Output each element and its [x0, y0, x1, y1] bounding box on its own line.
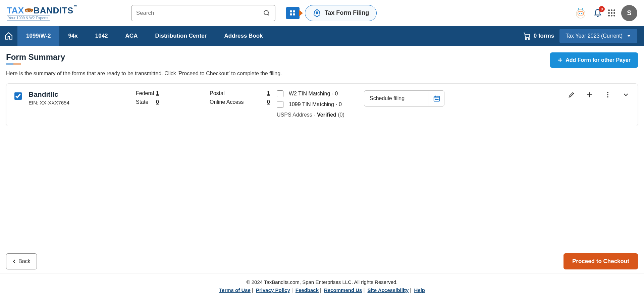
- nav-address-book[interactable]: Address Book: [215, 26, 271, 46]
- nav-home[interactable]: [0, 26, 17, 46]
- more-icon[interactable]: [604, 91, 611, 98]
- nav-aca[interactable]: ACA: [117, 26, 147, 46]
- page-title: Form Summary: [6, 52, 65, 65]
- svg-point-15: [578, 8, 579, 9]
- federal-value[interactable]: 1: [156, 90, 159, 96]
- search-icon[interactable]: [263, 9, 270, 17]
- online-access-value[interactable]: 0: [267, 99, 270, 105]
- tax-year-select[interactable]: Tax Year 2023 (Current): [559, 29, 637, 43]
- svg-point-29: [607, 92, 608, 93]
- svg-point-26: [435, 99, 436, 100]
- user-avatar[interactable]: S: [621, 5, 637, 21]
- chatbot-icon[interactable]: [574, 6, 587, 20]
- notification-badge: 0: [599, 6, 605, 12]
- irs-eagle-icon: [313, 9, 321, 17]
- page-description: Here is the summary of the forms that ar…: [6, 71, 638, 77]
- tax-form-label: Tax Form Filing: [325, 9, 369, 16]
- svg-point-31: [607, 96, 608, 98]
- page-content: Form Summary Add Form for other Payer He…: [0, 46, 644, 126]
- nav-distribution-center[interactable]: Distribution Center: [146, 26, 215, 46]
- svg-point-4: [264, 10, 268, 15]
- online-access-label: Online Access: [210, 99, 263, 105]
- svg-line-5: [268, 14, 269, 15]
- state-value[interactable]: 0: [156, 99, 159, 105]
- calendar-icon: [433, 95, 440, 102]
- header-bar: TAX BANDITS ™ Your 1099 & W2 Experts Tax…: [0, 0, 644, 26]
- header-right: 0 S: [574, 5, 637, 21]
- apps-grid-icon[interactable]: [608, 9, 615, 16]
- logo-mask-icon: [24, 8, 34, 14]
- svg-rect-9: [293, 13, 295, 15]
- logo-tax: TAX: [7, 5, 24, 16]
- home-icon: [4, 32, 13, 40]
- tax-year-label: Tax Year 2023 (Current): [566, 33, 623, 39]
- cart-icon: [523, 32, 531, 40]
- nav-bar: 1099/W-2 94x 1042 ACA Distribution Cente…: [0, 26, 644, 46]
- state-label: State: [136, 99, 156, 105]
- nav-1042[interactable]: 1042: [87, 26, 117, 46]
- notifications-button[interactable]: 0: [593, 8, 602, 18]
- chevron-down-icon: [627, 34, 631, 38]
- svg-point-17: [582, 8, 583, 9]
- svg-point-19: [528, 39, 529, 40]
- add-form-button[interactable]: Add Form for other Payer: [550, 52, 638, 68]
- svg-rect-8: [290, 13, 292, 15]
- logo-tm: ™: [74, 5, 77, 8]
- nav-1099-w2[interactable]: 1099/W-2: [17, 26, 59, 46]
- federal-label: Federal: [136, 90, 156, 96]
- payer-checkbox-wrap: [14, 92, 22, 101]
- arrow-right-icon: [299, 10, 303, 16]
- tax-form-filing-pill[interactable]: Tax Form Filing: [305, 5, 377, 21]
- w2-tin-checkbox[interactable]: [277, 90, 283, 97]
- 1099-tin-checkbox[interactable]: [277, 101, 283, 108]
- svg-point-12: [579, 13, 580, 14]
- edit-icon[interactable]: [568, 91, 575, 98]
- payer-name: Banditllc: [29, 90, 129, 98]
- schedule-filing-box[interactable]: Schedule filing: [364, 90, 444, 106]
- switch-app-button[interactable]: [286, 7, 300, 19]
- chevron-down-icon[interactable]: [622, 91, 630, 98]
- add-form-label: Add Form for other Payer: [566, 57, 631, 63]
- svg-point-25: [437, 99, 438, 100]
- svg-point-30: [607, 94, 608, 95]
- svg-point-3: [30, 10, 31, 11]
- schedule-filing-label: Schedule filing: [364, 95, 429, 101]
- usps-count: (0): [338, 112, 344, 118]
- svg-point-24: [436, 99, 437, 100]
- usps-prefix: USPS Address -: [277, 112, 316, 118]
- plus-icon: [557, 57, 563, 63]
- grid-icon: [290, 10, 296, 16]
- svg-rect-7: [293, 10, 295, 12]
- payer-ein: EIN: XX-XXX7654: [29, 100, 129, 105]
- add-icon[interactable]: [586, 91, 593, 98]
- search-input[interactable]: [136, 10, 263, 16]
- calendar-button[interactable]: [429, 91, 444, 106]
- usps-verified: Verified: [317, 112, 336, 118]
- nav-94x[interactable]: 94x: [59, 26, 86, 46]
- cart-link[interactable]: 0 forms: [523, 32, 554, 40]
- svg-rect-6: [290, 10, 292, 12]
- cart-count: 0 forms: [534, 33, 554, 39]
- postal-label: Postal: [210, 90, 263, 96]
- logo-subtitle: Your 1099 & W2 Experts: [7, 15, 50, 20]
- svg-point-18: [525, 39, 526, 40]
- svg-point-13: [581, 13, 583, 14]
- postal-value[interactable]: 1: [267, 90, 270, 96]
- payer-checkbox[interactable]: [14, 92, 22, 100]
- w2-tin-label: W2 TIN Matching - 0: [289, 91, 338, 97]
- svg-rect-11: [578, 12, 583, 15]
- payer-card: Banditllc EIN: XX-XXX7654 Federal 1 Stat…: [6, 83, 638, 126]
- svg-point-2: [26, 10, 27, 11]
- usps-row: USPS Address - Verified (0): [277, 112, 357, 118]
- logo[interactable]: TAX BANDITS ™ Your 1099 & W2 Experts: [7, 5, 73, 20]
- logo-bandits: BANDITS: [34, 5, 73, 16]
- 1099-tin-label: 1099 TIN Matching - 0: [289, 101, 342, 108]
- search-box[interactable]: [131, 5, 275, 21]
